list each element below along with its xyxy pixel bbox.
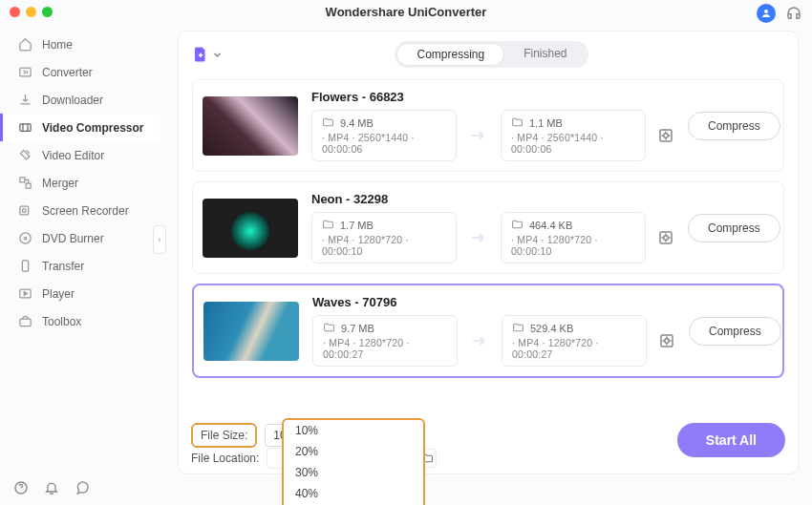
file-row[interactable]: Waves - 707969.7 MB· MP4 · 1280*720 · 00… [192,284,784,378]
file-settings-button[interactable] [658,332,675,349]
sidebar: Home Converter Downloader Video Compress… [0,25,160,505]
file-settings-button[interactable] [657,229,674,246]
sidebar-item-player[interactable]: Player [0,280,160,307]
home-icon [17,37,32,53]
folder-icon [322,116,334,129]
output-details: · MP4 · 2560*1440 · 00:00:06 [511,132,635,155]
file-row[interactable]: Flowers - 668239.4 MB· MP4 · 2560*1440 ·… [192,79,784,172]
svg-point-6 [22,209,26,213]
arrow-right-icon [468,227,489,248]
file-title: Waves - 70796 [312,295,675,309]
user-avatar-icon[interactable] [757,4,776,23]
folder-icon [511,219,524,231]
input-size: 9.7 MB [341,323,374,334]
sidebar-item-dvd-burner[interactable]: DVD Burner [0,224,160,252]
video-thumbnail[interactable] [203,96,298,156]
help-icon[interactable] [13,480,29,495]
file-title: Neon - 32298 [311,192,674,206]
feedback-icon[interactable] [75,480,90,495]
sidebar-item-label: Screen Recorder [42,204,129,218]
sidebar-item-label: Converter [42,66,93,79]
sidebar-item-label: Downloader [42,94,103,107]
compressor-icon [17,120,32,136]
editor-icon [17,148,32,163]
bell-icon[interactable] [44,480,59,495]
output-size: 464.4 KB [529,220,572,231]
tab-compressing[interactable]: Compressing [396,43,504,66]
input-size: 9.4 MB [340,117,374,129]
input-details: · MP4 · 1280*720 · 00:00:27 [323,337,447,360]
video-thumbnail[interactable] [203,199,298,258]
file-size-option[interactable]: 30% [284,462,423,483]
output-file-info: 529.4 KB· MP4 · 1280*720 · 00:00:27 [502,315,647,367]
file-settings-button[interactable] [657,127,674,144]
window-controls [10,7,53,17]
svg-point-7 [19,233,30,243]
tab-segment: Compressing Finished [395,41,588,68]
app-title: Wondershare UniConverter [0,0,812,25]
player-icon [17,286,32,302]
sidebar-item-converter[interactable]: Converter [0,58,160,86]
input-size: 1.7 MB [340,220,374,231]
tab-finished[interactable]: Finished [504,43,586,66]
sidebar-item-label: DVD Burner [42,232,104,245]
input-file-info: 9.4 MB· MP4 · 2560*1440 · 00:00:06 [311,110,457,161]
svg-point-17 [665,339,670,344]
sidebar-item-label: Video Editor [42,149,104,162]
compress-button[interactable]: Compress [688,112,780,140]
file-location-label: File Location: [191,452,259,465]
minimize-window-icon[interactable] [26,7,36,17]
start-all-button[interactable]: Start All [677,423,785,457]
file-size-option[interactable]: 20% [284,441,423,462]
add-file-button[interactable] [192,46,222,63]
file-size-option[interactable]: 40% [284,483,423,504]
arrow-right-icon [468,125,489,146]
add-file-icon [192,46,209,63]
file-size-dropdown: 10% 20% 30% 40% 50% 60% [282,418,425,505]
converter-icon [17,65,32,80]
sidebar-item-downloader[interactable]: Downloader [0,86,160,114]
close-window-icon[interactable] [10,7,20,17]
sidebar-item-home[interactable]: Home [0,31,160,58]
svg-point-0 [764,10,768,13]
file-size-option[interactable]: 10% [284,420,423,441]
svg-rect-11 [19,319,30,326]
svg-point-13 [664,134,669,138]
download-icon [17,93,32,108]
settings-gear-icon [657,127,674,144]
svg-point-15 [664,236,669,241]
output-details: · MP4 · 1280*720 · 00:00:27 [512,337,636,360]
video-thumbnail[interactable] [203,302,299,361]
compress-button[interactable]: Compress [689,317,781,346]
output-size: 529.4 KB [530,323,573,334]
arrow-right-icon [469,330,490,351]
file-row[interactable]: Neon - 322981.7 MB· MP4 · 1280*720 · 00:… [192,181,784,274]
folder-icon [323,322,335,334]
sidebar-item-video-editor[interactable]: Video Editor [0,141,160,169]
svg-rect-4 [26,183,31,188]
sidebar-item-label: Video Compressor [42,121,143,135]
settings-gear-icon [657,229,674,246]
file-title: Flowers - 66823 [311,90,674,104]
compress-button[interactable]: Compress [688,214,780,242]
maximize-window-icon[interactable] [42,7,53,17]
folder-icon [511,116,524,129]
sidebar-item-toolbox[interactable]: Toolbox [0,307,160,335]
svg-rect-3 [19,178,24,182]
support-headset-icon[interactable] [785,5,802,22]
output-details: · MP4 · 1280*720 · 00:00:10 [511,234,635,257]
input-file-info: 1.7 MB· MP4 · 1280*720 · 00:00:10 [311,212,457,263]
svg-rect-5 [19,206,28,215]
toolbox-icon [17,314,32,329]
input-details: · MP4 · 1280*720 · 00:00:10 [322,234,446,257]
settings-gear-icon [658,332,675,349]
transfer-icon [17,259,32,274]
sidebar-item-label: Transfer [42,260,84,273]
input-file-info: 9.7 MB· MP4 · 1280*720 · 00:00:27 [312,315,458,367]
sidebar-item-label: Player [42,287,75,301]
sidebar-item-merger[interactable]: Merger [0,169,160,197]
sidebar-item-screen-recorder[interactable]: Screen Recorder [0,197,160,224]
sidebar-item-transfer[interactable]: Transfer [0,252,160,280]
sidebar-item-video-compressor[interactable]: Video Compressor [0,114,160,141]
dvd-icon [17,231,32,246]
